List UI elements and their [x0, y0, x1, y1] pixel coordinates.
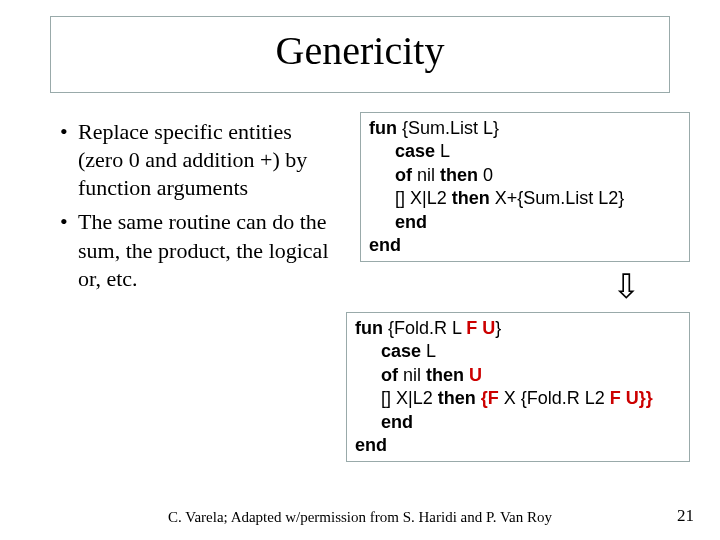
code-text: X+{Sum.List L2}	[490, 188, 625, 208]
keyword-end: end	[355, 435, 387, 455]
code-line: [] X|L2 then X+{Sum.List L2}	[369, 187, 681, 210]
code-line: end	[355, 411, 681, 434]
code-text: X {Fold.R L2	[499, 388, 610, 408]
code-highlight: {F	[481, 388, 499, 408]
keyword-case: case	[395, 141, 435, 161]
code-text: L	[435, 141, 450, 161]
keyword-fun: fun	[355, 318, 383, 338]
keyword-then: then	[452, 188, 490, 208]
code-line: case L	[355, 340, 681, 363]
slide-title: Genericity	[51, 27, 669, 74]
page-number: 21	[677, 506, 694, 526]
keyword-of: of	[381, 365, 398, 385]
code-box-sumlist: fun {Sum.List L} case L of nil then 0 []…	[360, 112, 690, 262]
code-highlight: F U}}	[610, 388, 653, 408]
code-text: L	[421, 341, 436, 361]
code-text: [] X|L2	[395, 188, 452, 208]
keyword-case: case	[381, 341, 421, 361]
bullet-list: Replace specific entities (zero 0 and ad…	[60, 118, 340, 299]
code-line: of nil then U	[355, 364, 681, 387]
code-text: {Fold.R L	[383, 318, 466, 338]
keyword-then: then	[440, 165, 478, 185]
code-box-foldr: fun {Fold.R L F U} case L of nil then U …	[346, 312, 690, 462]
keyword-end: end	[369, 235, 401, 255]
slide: Genericity Replace specific entities (ze…	[0, 0, 720, 540]
keyword-end: end	[395, 212, 427, 232]
bullet-item: The same routine can do the sum, the pro…	[60, 208, 340, 292]
code-line: end	[355, 434, 681, 457]
code-text: {Sum.List L}	[397, 118, 499, 138]
code-text: [] X|L2	[381, 388, 438, 408]
code-text: nil	[412, 165, 440, 185]
code-line: of nil then 0	[369, 164, 681, 187]
keyword-fun: fun	[369, 118, 397, 138]
code-line: [] X|L2 then {F X {Fold.R L2 F U}}	[355, 387, 681, 410]
keyword-of: of	[395, 165, 412, 185]
code-text: 0	[478, 165, 493, 185]
down-arrow-icon: ⇩	[612, 270, 640, 304]
code-line: end	[369, 211, 681, 234]
code-text: }	[495, 318, 501, 338]
bullet-item: Replace specific entities (zero 0 and ad…	[60, 118, 340, 202]
footer-credit: C. Varela; Adapted w/permission from S. …	[0, 509, 720, 526]
keyword-then: then	[426, 365, 464, 385]
code-line: fun {Sum.List L}	[369, 117, 681, 140]
code-line: fun {Fold.R L F U}	[355, 317, 681, 340]
title-box: Genericity	[50, 16, 670, 93]
keyword-then: then	[438, 388, 476, 408]
keyword-end: end	[381, 412, 413, 432]
code-line: case L	[369, 140, 681, 163]
code-text: nil	[398, 365, 426, 385]
code-line: end	[369, 234, 681, 257]
code-highlight: F U	[466, 318, 495, 338]
code-highlight: U	[469, 365, 482, 385]
